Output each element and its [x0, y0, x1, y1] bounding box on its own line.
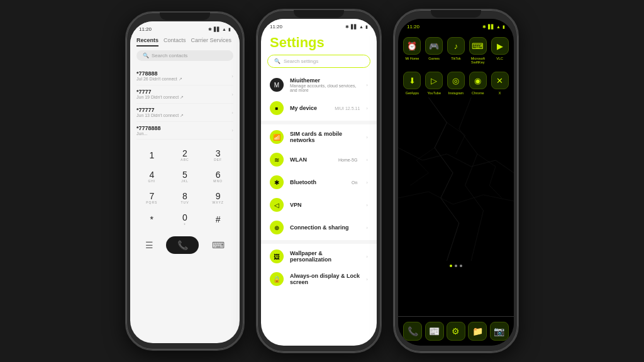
num-7[interactable]: 7PQRS [136, 189, 167, 207]
num-3[interactable]: 3DEF [203, 146, 233, 165]
status-bar-dialer: 11:20 ✱ ▋▋ ▲ ▮ [130, 21, 240, 35]
status-bar-settings: 11:20 ✱ ▋▋ ▲ ▮ [261, 19, 377, 32]
dock-phone[interactable]: 📞 [403, 322, 422, 341]
bluetooth-text: Bluetooth [290, 179, 345, 185]
num-6[interactable]: 6MNO [203, 167, 233, 186]
num-8[interactable]: 8TUV [170, 189, 201, 207]
app-chrome[interactable]: ◉ Chrome [469, 72, 487, 95]
num-0[interactable]: 0+ [170, 210, 201, 229]
settings-item-sim[interactable]: 📶 SIM cards & mobile networks › [261, 126, 377, 148]
num-5[interactable]: 5JKL [170, 167, 201, 186]
app-games[interactable]: 🎮 Games [425, 37, 443, 64]
tab-carrier[interactable]: Carrier Services [191, 37, 232, 47]
contact-search[interactable]: 🔍 Search contacts [136, 50, 233, 61]
app-mi-home[interactable]: ⏰ Mi Home [403, 37, 421, 64]
app-grid-row1: ⏰ Mi Home 🎮 Games ♪ TikTok ⌨ Microsoft S… [398, 32, 514, 67]
app-x[interactable]: ✕ X [491, 72, 509, 95]
dot-3 [460, 265, 462, 267]
app-icon-swiftkey: ⌨ [469, 37, 487, 55]
tab-contacts[interactable]: Contacts [164, 37, 186, 47]
menu-icon[interactable]: ☰ [145, 240, 153, 250]
num-4[interactable]: 4GHI [136, 167, 167, 186]
app-icon-games: 🎮 [425, 37, 443, 55]
bluetooth-icon: ✱ [208, 27, 212, 32]
app-swiftkey[interactable]: ⌨ Microsoft SwiftKey [469, 37, 487, 64]
settings-item-lockscreen[interactable]: 🔒 Always-on display & Lock screen › [261, 268, 377, 290]
signal-icon: ▋▋ [351, 25, 357, 30]
settings-item-vpn[interactable]: ◁ VPN › [261, 194, 377, 216]
device-icon: ■ [270, 101, 284, 115]
call-meta: Jun 19 Didn't connect ↗ [136, 95, 184, 100]
dock-files[interactable]: 📁 [468, 322, 487, 341]
call-number: *7778888 [136, 125, 161, 131]
call-item-4[interactable]: *7778888 Jun... › [136, 122, 233, 140]
call-list: *778888 Jul 26 Didn't connect ↗ › *7777 … [130, 65, 240, 142]
signal-icon: ▋▋ [214, 27, 220, 32]
svg-rect-0 [398, 97, 514, 261]
app-icon-x: ✕ [491, 72, 509, 89]
settings-divider [261, 121, 377, 124]
call-item-3[interactable]: *77777 Jun 13 Didn't connect ↗ › [136, 104, 233, 122]
arrow-icon: › [366, 277, 368, 282]
settings-item-wallpaper[interactable]: 🖼 Wallpaper & personalization › [261, 245, 377, 268]
call-number: *778888 [136, 70, 182, 77]
num-2[interactable]: 2ABC [170, 146, 201, 165]
settings-item-connection[interactable]: ⊕ Connection & sharing › [261, 216, 377, 239]
call-meta: Jul 26 Didn't connect ↗ [136, 77, 182, 82]
num-star[interactable]: * [136, 210, 167, 229]
call-number: *77777 [136, 107, 184, 113]
call-arrow: › [231, 74, 233, 79]
app-getapps[interactable]: ⬇ GetApps [403, 72, 421, 95]
battery-icon: ▮ [228, 27, 231, 32]
dialpad-icon[interactable]: ⌨ [212, 240, 225, 250]
app-grid-row2: ⬇ GetApps ▷ YouTube ◎ Instagram ◉ Chrome… [398, 67, 514, 97]
wifi-icon: ▲ [496, 25, 501, 29]
dock-camera[interactable]: 📷 [490, 322, 509, 341]
settings-search[interactable]: 🔍 Search settings [267, 55, 370, 68]
signal-icon: ▋▋ [488, 25, 494, 30]
arrow-icon: › [366, 157, 368, 163]
phone-icon: 📞 [177, 240, 188, 250]
app-youtube[interactable]: ▷ YouTube [425, 72, 443, 95]
dock-flipboard[interactable]: 📰 [425, 322, 444, 341]
app-icon-youtube: ▷ [425, 72, 443, 89]
search-icon: 🔍 [143, 53, 149, 58]
tab-recents[interactable]: Recents [136, 37, 158, 47]
connection-text: Connection & sharing [290, 224, 360, 231]
miuithemer-text: Miuithemer Manage accounts, cloud servic… [290, 77, 360, 92]
sim-icon: 📶 [270, 130, 284, 144]
phone-home: 11:20 ✱ ▋▋ ▲ ▮ ⏰ Mi Home 🎮 Games ♪ TikTo… [393, 9, 519, 353]
vpn-text: VPN [290, 202, 360, 208]
dock-settings[interactable]: ⚙ [447, 322, 465, 341]
call-item-2[interactable]: *7777 Jun 19 Didn't connect ↗ › [136, 85, 233, 104]
dialer-tabs: Recents Contacts Carrier Services [130, 35, 240, 47]
vpn-icon: ◁ [270, 198, 284, 212]
wallpaper-icon: 🖼 [270, 250, 284, 263]
wlan-text: WLAN [290, 156, 332, 163]
app-tiktok[interactable]: ♪ TikTok [447, 37, 465, 64]
settings-item-device[interactable]: ■ My device MIUI 12.5.11 › [261, 97, 377, 119]
call-arrow: › [231, 92, 233, 97]
dialer-bottom: ☰ 📞 ⌨ [130, 233, 240, 259]
settings-item-wlan[interactable]: ≋ WLAN Home-5G › [261, 148, 377, 171]
miuithemer-icon: M [270, 78, 284, 92]
arrow-icon: › [366, 254, 368, 260]
app-icon-getapps: ⬇ [403, 72, 421, 89]
call-item-1[interactable]: *778888 Jul 26 Didn't connect ↗ › [136, 67, 233, 85]
settings-item-miuithemer[interactable]: M Miuithemer Manage accounts, cloud serv… [261, 73, 377, 97]
app-instagram[interactable]: ◎ Instagram [447, 72, 465, 95]
settings-screen: 11:20 ✱ ▋▋ ▲ ▮ Settings 🔍 Search setting… [261, 19, 377, 346]
num-1[interactable]: 1 [136, 146, 167, 165]
status-icons: ✱ ▋▋ ▲ ▮ [208, 27, 231, 32]
call-button[interactable]: 📞 [166, 236, 199, 254]
settings-item-bluetooth[interactable]: ✱ Bluetooth On › [261, 171, 377, 194]
connection-icon: ⊕ [270, 221, 284, 234]
app-vlc[interactable]: ▶ VLC [491, 37, 509, 64]
num-hash[interactable]: # [203, 210, 233, 229]
dialer-screen: 11:20 ✱ ▋▋ ▲ ▮ Recents Contacts Carrier … [130, 21, 240, 343]
wallpaper-text: Wallpaper & personalization [290, 250, 360, 263]
num-9[interactable]: 9WXYZ [203, 189, 233, 207]
phone-dialer: 11:20 ✱ ▋▋ ▲ ▮ Recents Contacts Carrier … [125, 11, 245, 351]
settings-title: Settings [261, 32, 377, 55]
battery-icon: ▮ [502, 25, 505, 30]
